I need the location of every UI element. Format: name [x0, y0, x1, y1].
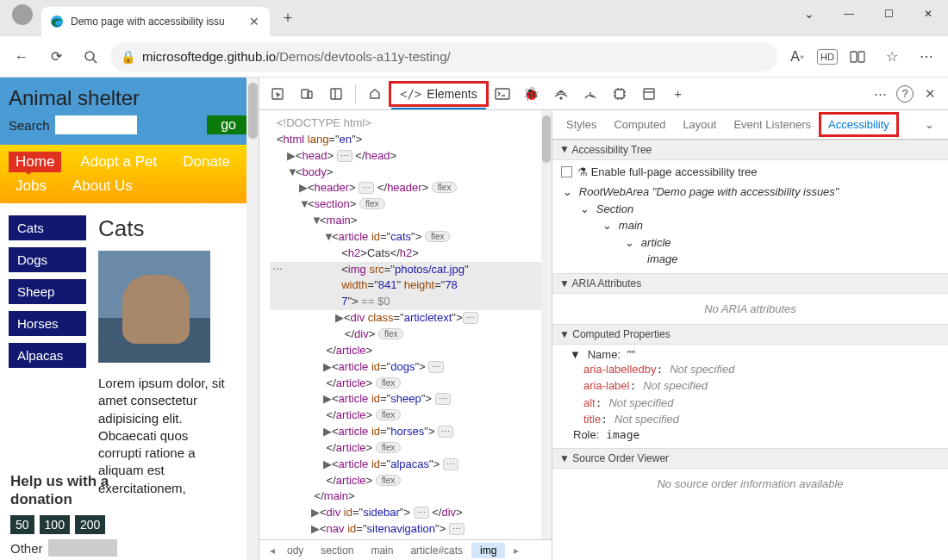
- title-bar: Demo page with accessibility issu ✕ + ⌄ …: [0, 0, 948, 36]
- dom-breadcrumb: ◂ ody section main article#cats img ▸: [259, 539, 552, 560]
- devtools-more-icon[interactable]: ⋯: [867, 82, 893, 106]
- accessibility-pane: Styles Computed Layout Event Listeners A…: [552, 110, 948, 560]
- lock-icon: 🔒: [121, 50, 135, 64]
- bc-img[interactable]: img: [471, 543, 505, 558]
- donate-other-input[interactable]: [48, 539, 117, 557]
- svg-rect-8: [331, 89, 341, 99]
- page-title: Animal shelter: [9, 86, 250, 110]
- donate-50[interactable]: 50: [10, 515, 34, 534]
- welcome-icon[interactable]: [362, 82, 388, 106]
- url-text: microsoftedge.github.io/Demos/devtools-a…: [142, 49, 451, 64]
- new-tab-button[interactable]: +: [275, 5, 301, 31]
- device-icon[interactable]: [294, 82, 320, 106]
- article-heading: Cats: [98, 215, 228, 242]
- dock-icon[interactable]: [323, 82, 349, 106]
- browser-tab[interactable]: Demo page with accessibility issu ✕: [41, 7, 270, 36]
- svg-rect-13: [644, 89, 654, 99]
- bc-article[interactable]: article#cats: [402, 543, 471, 558]
- sidebar-sheep[interactable]: Sheep: [9, 279, 86, 304]
- tree-node-image[interactable]: image: [561, 251, 939, 268]
- tab-elements[interactable]: </> Elements: [391, 84, 486, 104]
- donate-100[interactable]: 100: [40, 515, 70, 534]
- top-nav: Home Adopt a Pet Donate Jobs About Us: [0, 145, 259, 203]
- sidebar-dogs[interactable]: Dogs: [9, 247, 86, 272]
- inspect-icon[interactable]: [265, 82, 290, 106]
- bc-section[interactable]: section: [312, 543, 362, 558]
- svg-rect-4: [858, 52, 864, 62]
- help-icon[interactable]: ?: [896, 85, 914, 103]
- svg-point-1: [85, 52, 94, 60]
- search-input[interactable]: [55, 115, 137, 134]
- maximize-button[interactable]: ☐: [869, 0, 908, 28]
- application-icon[interactable]: [636, 82, 662, 106]
- tab-accessibility[interactable]: Accessibility: [821, 115, 896, 134]
- flask-icon: ⚗: [577, 165, 588, 178]
- close-window-button[interactable]: ✕: [908, 0, 948, 28]
- code-icon: </>: [400, 87, 421, 101]
- go-button[interactable]: go: [207, 115, 250, 134]
- svg-rect-12: [615, 90, 624, 98]
- back-button[interactable]: ←: [7, 42, 36, 72]
- svg-rect-10: [496, 89, 509, 99]
- tab-title: Demo page with accessibility issu: [71, 16, 239, 28]
- page-content: Animal shelter Search go Home Adopt a Pe…: [0, 78, 259, 560]
- read-aloud-icon[interactable]: A»: [783, 42, 812, 72]
- tab-styles[interactable]: Styles: [559, 115, 603, 134]
- pane-more-icon[interactable]: ⌄: [918, 115, 941, 134]
- window-controls: ⌄ — ☐ ✕: [789, 0, 948, 28]
- sidebar-horses[interactable]: Horses: [9, 311, 86, 336]
- tab-layout[interactable]: Layout: [676, 115, 723, 134]
- search-button[interactable]: [76, 42, 105, 72]
- nav-donate[interactable]: Donate: [176, 152, 237, 172]
- bug-icon[interactable]: 🐞: [519, 82, 545, 106]
- sidebar-cats[interactable]: Cats: [9, 215, 86, 240]
- more-menu-icon[interactable]: ⋯: [912, 42, 941, 72]
- network-icon[interactable]: [548, 82, 574, 106]
- minimize-button[interactable]: —: [829, 0, 869, 28]
- devtools-close-icon[interactable]: ✕: [917, 82, 943, 106]
- bc-left-arrow[interactable]: ◂: [261, 543, 278, 558]
- page-scrollbar[interactable]: [246, 78, 259, 560]
- reader-icon[interactable]: [843, 42, 872, 72]
- tab-event-listeners[interactable]: Event Listeners: [727, 115, 818, 134]
- chevron-down-icon[interactable]: ⌄: [789, 0, 829, 28]
- devtools-panel: </> Elements 🐞 + ⋯ ? ✕ <!DOCTYPE html> <…: [259, 78, 948, 560]
- devtools-toolbar: </> Elements 🐞 + ⋯ ? ✕: [259, 78, 948, 110]
- nav-adopt[interactable]: Adopt a Pet: [73, 152, 164, 172]
- svg-line-2: [93, 59, 97, 63]
- donate-other-label: Other: [10, 541, 43, 556]
- dom-tree[interactable]: <!DOCTYPE html> <html lang="en"> ▶<head>…: [259, 110, 552, 539]
- bc-body[interactable]: ody: [278, 543, 312, 558]
- omnibox[interactable]: 🔒 microsoftedge.github.io/Demos/devtools…: [110, 42, 777, 72]
- tab-computed[interactable]: Computed: [607, 115, 672, 134]
- memory-icon[interactable]: [607, 82, 633, 106]
- address-bar: ← ⟳ 🔒 microsoftedge.github.io/Demos/devt…: [0, 36, 948, 78]
- console-icon[interactable]: [490, 82, 515, 106]
- sidebar-alpacas[interactable]: Alpacas: [9, 343, 86, 368]
- svg-rect-3: [851, 52, 857, 62]
- nav-about[interactable]: About Us: [65, 176, 140, 196]
- sidebar-nav: Cats Dogs Sheep Horses Alpacas: [9, 215, 86, 497]
- donation-heading: Help us with a donation: [10, 472, 110, 509]
- favorite-icon[interactable]: ☆: [877, 42, 907, 72]
- dom-scrollbar[interactable]: [541, 110, 552, 539]
- svg-point-11: [560, 97, 562, 99]
- performance-icon[interactable]: [577, 82, 603, 106]
- donate-200[interactable]: 200: [75, 515, 105, 534]
- refresh-button[interactable]: ⟳: [41, 42, 71, 72]
- profile-avatar[interactable]: [12, 4, 33, 25]
- edge-favicon: [50, 15, 64, 28]
- cat-image: [98, 251, 210, 363]
- hd-icon[interactable]: HD: [817, 49, 838, 65]
- add-tab-icon[interactable]: +: [665, 82, 691, 106]
- enable-tree-checkbox[interactable]: [561, 166, 572, 177]
- bc-main[interactable]: main: [362, 543, 402, 558]
- tab-close-icon[interactable]: ✕: [246, 15, 263, 28]
- search-label: Search: [9, 118, 50, 133]
- bc-right-arrow[interactable]: ▸: [505, 543, 522, 558]
- selected-dom-node[interactable]: ⋯ <img src="photos/cat.jpg" width="841" …: [270, 262, 552, 311]
- nav-home[interactable]: Home: [9, 152, 61, 172]
